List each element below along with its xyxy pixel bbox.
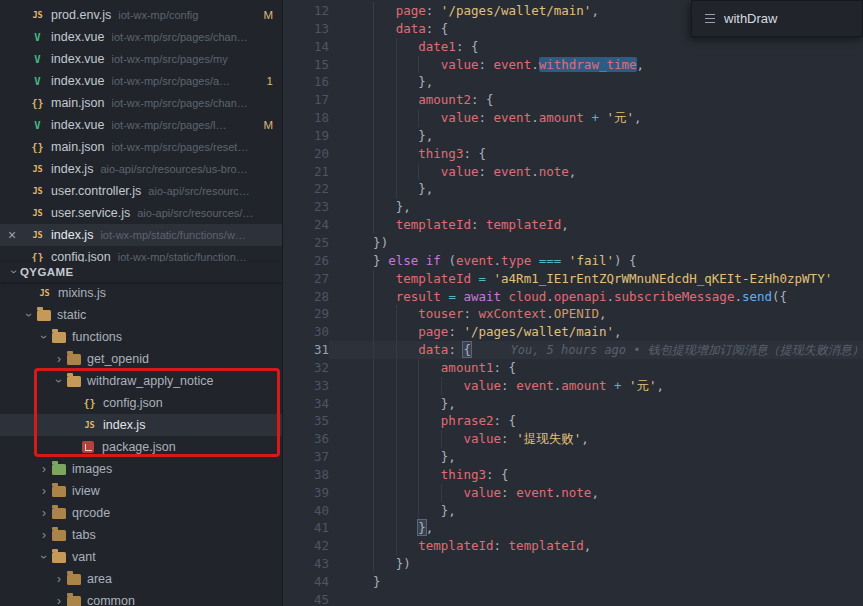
line-number[interactable]: 43	[283, 555, 329, 573]
line-number[interactable]: 44	[283, 573, 329, 591]
code-line-content[interactable]: } else if (event.type === 'fail') {	[329, 252, 863, 270]
tree-item-package-json[interactable]: package.json	[0, 436, 282, 458]
line-number[interactable]: 31	[283, 341, 329, 359]
code-line-content[interactable]: })	[329, 555, 863, 573]
code-line-content[interactable]: },	[329, 180, 863, 198]
code-line-content[interactable]: }	[329, 573, 863, 591]
code-line-content[interactable]: amount2: {	[329, 91, 863, 109]
line-number[interactable]: 12	[283, 2, 329, 20]
line-number[interactable]: 26	[283, 252, 329, 270]
line-number[interactable]: 29	[283, 305, 329, 323]
tree-item-static[interactable]: ›static	[0, 304, 282, 326]
tree-item-tabs[interactable]: ›tabs	[0, 524, 282, 546]
line-number[interactable]: 32	[283, 359, 329, 377]
open-editor-item[interactable]: JSuser.controller.jsaio-api/src/resourc…	[0, 180, 282, 202]
tree-item-functions[interactable]: ›functions	[0, 326, 282, 348]
open-editor-item[interactable]: JSprod.env.jsiot-wx-mp/configM	[0, 4, 282, 26]
code-line-content[interactable]: },	[329, 448, 863, 466]
tree-item-mixins-js[interactable]: JSmixins.js	[0, 282, 282, 304]
code-line-content[interactable]: thing3: {	[329, 145, 863, 163]
line-number[interactable]: 20	[283, 145, 329, 163]
code-line-content[interactable]: phrase2: {	[329, 412, 863, 430]
code-line-content[interactable]: },	[329, 127, 863, 145]
line-number[interactable]: 21	[283, 163, 329, 181]
line-number[interactable]: 38	[283, 466, 329, 484]
open-editor-item[interactable]: Vindex.vueiot-wx-mp/src/pages/l…M	[0, 114, 282, 136]
line-number[interactable]: 34	[283, 395, 329, 413]
open-editor-item[interactable]: {}main.jsoniot-wx-mp/src/pages/chan…	[0, 92, 282, 114]
tree-item-vant[interactable]: ›vant	[0, 546, 282, 568]
code-line-content[interactable]: templateId: templateId,	[329, 216, 863, 234]
tree-item-withdraw-apply-notice[interactable]: ›withdraw_apply_notice	[0, 370, 282, 392]
code-line-content[interactable]: value: '提现失败',	[329, 430, 863, 448]
line-number[interactable]: 41	[283, 519, 329, 537]
line-number[interactable]: 39	[283, 484, 329, 502]
line-number[interactable]: 37	[283, 448, 329, 466]
line-number[interactable]: 23	[283, 198, 329, 216]
code-line-content[interactable]: value: event.note,	[329, 163, 863, 181]
open-editor-item[interactable]: Vindex.vueiot-wx-mp/src/pages/my	[0, 48, 282, 70]
code-line-content[interactable]: },	[329, 198, 863, 216]
code-line-content[interactable]: templateId: templateId,	[329, 537, 863, 555]
tree-item-common[interactable]: ›common	[0, 590, 282, 606]
code-line-content[interactable]: amount1: {	[329, 359, 863, 377]
code-line-content[interactable]: },	[329, 395, 863, 413]
line-number[interactable]: 35	[283, 412, 329, 430]
indent-guide	[418, 163, 419, 181]
code-line-content[interactable]: templateId = 'a4Rm1_IE1rEntZQrWMnuNEdcdH…	[329, 270, 863, 288]
code-line-content[interactable]: })	[329, 234, 863, 252]
code-line-content[interactable]: },	[329, 519, 863, 537]
line-number[interactable]: 27	[283, 270, 329, 288]
open-editor-item[interactable]: {}main.jsoniot-wx-mp/src/pages/reset…	[0, 136, 282, 158]
tree-item-images[interactable]: ›images	[0, 458, 282, 480]
line-number[interactable]: 19	[283, 127, 329, 145]
code-line-content[interactable]: },	[329, 73, 863, 91]
line-number[interactable]: 28	[283, 288, 329, 306]
line-number[interactable]: 22	[283, 180, 329, 198]
code-line-content[interactable]: value: event.note,	[329, 484, 863, 502]
code-line-content[interactable]: page: '/pages/wallet/main',	[329, 323, 863, 341]
line-number[interactable]: 42	[283, 537, 329, 555]
line-number[interactable]: 33	[283, 377, 329, 395]
tree-item-index-js[interactable]: JSindex.js	[0, 414, 282, 436]
line-number[interactable]: 16	[283, 73, 329, 91]
code-line-content[interactable]: date1: {	[329, 38, 863, 56]
code-line-content[interactable]: value: event.amount + '元',	[329, 377, 863, 395]
close-icon[interactable]: ×	[8, 227, 30, 243]
open-editor-item[interactable]: Vindex.vueiot-wx-mp/src/pages/a…1	[0, 70, 282, 92]
tree-item-area[interactable]: ›area	[0, 568, 282, 590]
line-number[interactable]: 36	[283, 430, 329, 448]
code-token: },	[418, 181, 433, 196]
code-line-content[interactable]: thing3: {	[329, 466, 863, 484]
open-editor-item[interactable]: {}config.jsoniot-wx-mp/static/function…	[0, 246, 282, 262]
code-line-content[interactable]: },	[329, 502, 863, 520]
open-editor-item[interactable]: JSindex.jsaio-api/src/resources/us-bro…	[0, 158, 282, 180]
open-editor-item[interactable]: Vindex.vueiot-wx-mp/src/pages/chan…	[0, 26, 282, 48]
code-line-content[interactable]	[329, 591, 863, 606]
code-line-content[interactable]: touser: wxContext.OPENID,	[329, 305, 863, 323]
line-number[interactable]: 15	[283, 56, 329, 74]
code-line-content[interactable]: value: event.amount + '元',	[329, 109, 863, 127]
line-number[interactable]: 25	[283, 234, 329, 252]
tree-item-qrcode[interactable]: ›qrcode	[0, 502, 282, 524]
line-number[interactable]: 45	[283, 591, 329, 606]
code-token: .	[531, 110, 539, 125]
line-number[interactable]: 13	[283, 20, 329, 38]
line-number[interactable]: 14	[283, 38, 329, 56]
code-line-content[interactable]: value: event.withdraw_time,	[329, 56, 863, 74]
line-number[interactable]: 30	[283, 323, 329, 341]
code-line-content[interactable]: result = await cloud.openapi.subscribeMe…	[329, 288, 863, 306]
line-number[interactable]: 17	[283, 91, 329, 109]
open-editor-item[interactable]: ×JSindex.jsiot-wx-mp/static/functions/w…	[0, 224, 282, 246]
explorer-section-header-qygame[interactable]: › QYGAME	[0, 262, 282, 282]
tree-item-iview[interactable]: ›iview	[0, 480, 282, 502]
line-number[interactable]: 40	[283, 502, 329, 520]
line-number[interactable]: 24	[283, 216, 329, 234]
open-editor-item[interactable]: JSuser.service.jsaio-api/src/resources/…	[0, 202, 282, 224]
tree-item-config-json[interactable]: {}config.json	[0, 392, 282, 414]
tree-item-get-openid[interactable]: ›get_openid	[0, 348, 282, 370]
indent-guide	[373, 395, 374, 413]
autocomplete-popup[interactable]: withDraw	[691, 0, 863, 37]
line-number[interactable]: 18	[283, 109, 329, 127]
code-line-content[interactable]: data: {You, 5 hours ago • 钱包提现增加订阅消息（提现失…	[329, 341, 863, 359]
